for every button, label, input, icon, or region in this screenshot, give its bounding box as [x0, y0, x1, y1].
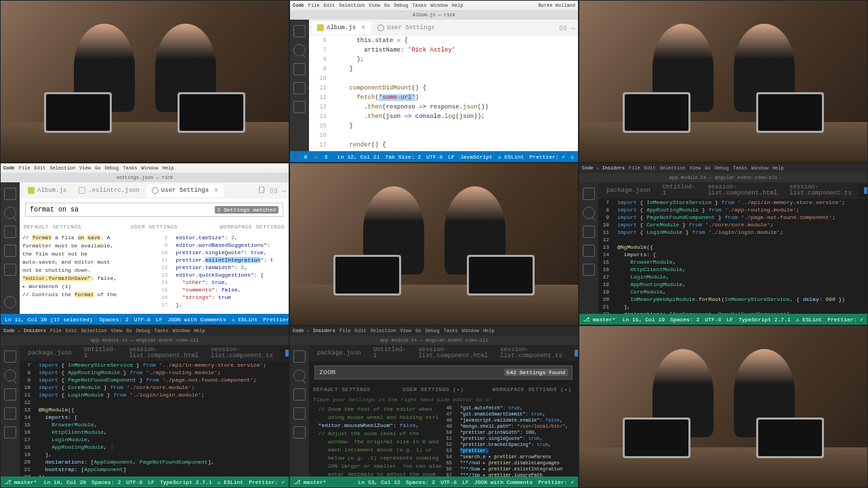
code-area[interactable]: import { InMemoryStoreService } from '..… — [35, 361, 289, 476]
debug-icon[interactable] — [293, 407, 306, 420]
cursor-position[interactable]: Ln 53, Col 12 — [358, 479, 400, 485]
branch-indicator[interactable]: ⎇ master* — [583, 317, 615, 323]
tab[interactable]: .eslintrc.json — [73, 184, 145, 197]
menu-item[interactable]: Debug — [715, 165, 729, 171]
files-icon[interactable] — [4, 188, 16, 200]
tab-size[interactable]: Spaces: 2 — [100, 317, 129, 323]
menu-item[interactable]: Go — [384, 3, 390, 8]
menu-item[interactable]: Go — [415, 328, 421, 333]
mac-menubar[interactable]: CodeFileEditSelectionViewGoDebugTasksWin… — [1, 163, 289, 173]
tab-bar[interactable]: Album.js.eslintrc.jsonUser Settings× {} … — [20, 182, 289, 199]
source-control-icon[interactable] — [4, 226, 16, 238]
settings-search-input[interactable] — [319, 369, 504, 376]
eol[interactable]: LF — [156, 317, 163, 323]
encoding[interactable]: UTF-8 — [426, 154, 442, 160]
menu-item[interactable]: Tasks — [123, 165, 137, 171]
encoding[interactable]: UTF-8 — [134, 317, 150, 323]
tab[interactable]: package.json — [601, 185, 656, 197]
menu-item[interactable]: Help — [772, 165, 784, 171]
search-icon[interactable] — [4, 207, 16, 219]
menu-item[interactable]: File — [19, 165, 30, 171]
status-bar[interactable]: ⎇ master* Ln 15, Col 19 Spaces: 2 UTF-8 … — [579, 314, 867, 325]
eslint-status[interactable]: ⚠ ESLint — [232, 317, 257, 323]
tab-size[interactable]: Spaces: 2 — [670, 317, 699, 323]
extensions-icon[interactable] — [4, 426, 16, 439]
menu-item[interactable]: Edit — [644, 165, 656, 171]
mac-menubar[interactable]: Code - InsidersFileEditSelectionViewGoDe… — [290, 326, 578, 336]
menu-item[interactable]: Code - Insiders — [3, 328, 46, 333]
menu-item[interactable]: View — [400, 328, 411, 333]
activity-bar[interactable] — [1, 345, 20, 476]
menu-item[interactable]: Help — [483, 328, 495, 333]
more-icon[interactable]: … — [282, 186, 286, 195]
language-mode[interactable]: JSON with Comments — [474, 479, 533, 485]
tab[interactable]: app.module.ts× — [859, 184, 867, 197]
menu-item[interactable]: Help — [163, 165, 174, 171]
menu-item[interactable]: Go — [126, 328, 131, 333]
menu-item[interactable]: Code — [293, 3, 304, 8]
eol[interactable]: LF — [148, 479, 154, 485]
tab[interactable]: User Settings× — [146, 184, 224, 197]
cursor-position[interactable]: Ln 12, Col 21 — [337, 154, 379, 160]
menu-item[interactable]: View — [369, 3, 380, 8]
menu-item[interactable]: Code - Insiders — [293, 328, 335, 333]
prettier-status[interactable]: Prettier: ✓ — [827, 317, 863, 323]
warnings-count[interactable]: 3 — [324, 154, 327, 160]
tab-bar[interactable]: package.jsonUntitled-1session-list.compo… — [598, 182, 867, 199]
menu-item[interactable]: Edit — [66, 328, 77, 333]
tab[interactable]: session-list.component.ts — [784, 182, 857, 199]
tab[interactable]: app.module.ts× — [280, 347, 289, 359]
debug-icon[interactable] — [583, 245, 595, 257]
menu-item[interactable]: Tasks — [444, 328, 458, 333]
eol[interactable]: LF — [462, 479, 469, 485]
debug-icon[interactable] — [4, 407, 16, 420]
menu-item[interactable]: Go — [95, 165, 100, 171]
split-editor-icon[interactable]: ▯▯ — [270, 186, 278, 195]
menu-item[interactable]: Window — [751, 165, 768, 171]
menu-item[interactable]: View — [79, 165, 91, 171]
status-bar[interactable]: ⎇ master* Ln 53, Col 12 Spaces: 2 UTF-8 … — [290, 476, 578, 487]
activity-bar[interactable] — [579, 182, 598, 314]
tab-size[interactable]: Spaces: 2 — [91, 479, 121, 485]
tab[interactable]: User Settings — [372, 22, 440, 34]
debug-icon[interactable] — [4, 245, 16, 257]
extensions-icon[interactable] — [293, 101, 306, 113]
source-control-icon[interactable] — [4, 388, 16, 401]
user-settings-col[interactable]: 46 47 48 49 50 51 52 53 54 55 56 57 58 5… — [444, 404, 579, 476]
menu-item[interactable]: Window — [142, 165, 159, 171]
tab[interactable]: session-list.component.ts — [495, 345, 568, 362]
source-control-icon[interactable] — [293, 388, 306, 401]
encoding[interactable]: UTF-8 — [440, 479, 457, 485]
branch-indicator[interactable]: ⎇ master* — [5, 479, 37, 485]
menu-item[interactable]: Go — [705, 165, 710, 171]
files-icon[interactable] — [4, 350, 16, 363]
activity-bar[interactable] — [1, 182, 20, 314]
menu-item[interactable]: Code — [3, 165, 15, 171]
prettier-status[interactable]: Prettier: ✓ — [263, 317, 289, 323]
menu-item[interactable]: File — [339, 328, 351, 333]
errors-icon[interactable]: ⊗ — [294, 154, 297, 160]
menu-item[interactable]: Tasks — [733, 165, 747, 171]
code-editor[interactable]: 7 8 9 10 11 12 13 14 15 16 17 18 19 20 2… — [20, 361, 289, 476]
source-control-icon[interactable] — [293, 63, 306, 75]
split-editor-icon[interactable]: ▯▯ — [559, 24, 567, 32]
mac-menubar[interactable]: CodeFileEditSelectionViewGoDebugTasksWin… — [290, 1, 578, 10]
cursor-position[interactable]: Ln 18, Col 20 — [44, 479, 86, 485]
tab-bar[interactable]: package.jsonUntitled-1session-list.compo… — [309, 345, 578, 361]
menu-item[interactable]: View — [689, 165, 701, 171]
settings-search-input[interactable] — [30, 206, 215, 214]
files-icon[interactable] — [583, 188, 595, 200]
encoding[interactable]: UTF-8 — [126, 479, 142, 485]
menu-item[interactable]: File — [308, 3, 320, 8]
menu-item[interactable]: Help — [194, 328, 205, 333]
eslint-status[interactable]: ⚠ ESLint — [218, 479, 243, 485]
eol[interactable]: LF — [726, 317, 733, 323]
source-control-icon[interactable] — [583, 226, 595, 238]
code-area[interactable]: import { InMemoryStoreService } from '..… — [613, 199, 867, 314]
tab[interactable]: package.json — [312, 348, 367, 359]
tab-bar[interactable]: package.jsonUntitled-1session-list.compo… — [20, 345, 289, 361]
files-icon[interactable] — [293, 350, 306, 363]
default-settings-col[interactable]: // Zoom the font of the editor when usin… — [309, 404, 444, 476]
menu-item[interactable]: Debug — [104, 165, 119, 171]
tab[interactable]: session-list.component.ts — [205, 345, 278, 362]
